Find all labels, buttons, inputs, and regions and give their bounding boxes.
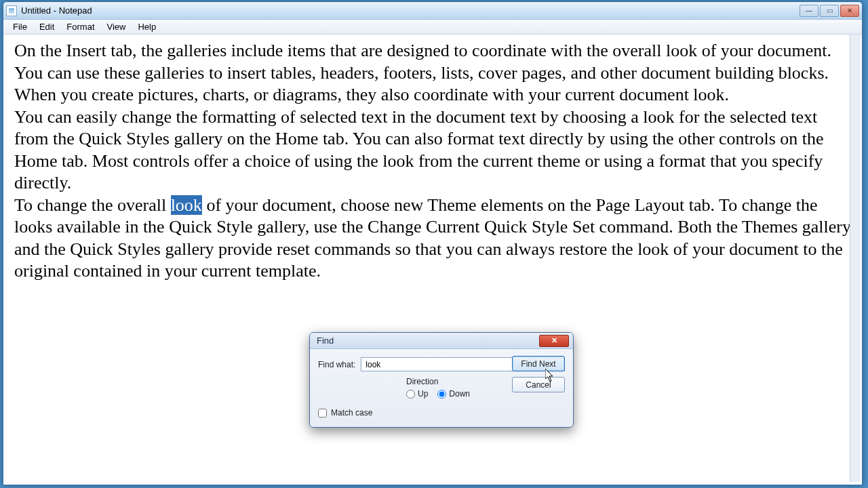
direction-down-option[interactable]: Down — [437, 389, 470, 399]
match-case-option[interactable]: Match case — [318, 408, 565, 418]
find-next-button[interactable]: Find Next — [512, 356, 565, 371]
vertical-scrollbar[interactable] — [850, 35, 861, 482]
menu-help[interactable]: Help — [132, 20, 161, 33]
cancel-button[interactable]: Cancel — [512, 377, 565, 392]
find-dialog-titlebar[interactable]: Find ✕ — [310, 333, 573, 349]
menu-format[interactable]: Format — [61, 20, 100, 33]
notepad-icon — [6, 5, 17, 16]
find-dialog-body: Find what: Find Next Cancel Direction Up… — [310, 349, 573, 427]
titlebar[interactable]: Untitled - Notepad — ▭ ✕ — [3, 2, 862, 20]
menubar: File Edit Format View Help — [3, 20, 862, 35]
menu-edit[interactable]: Edit — [34, 20, 60, 33]
direction-down-radio[interactable] — [437, 390, 446, 399]
close-button[interactable]: ✕ — [840, 5, 859, 17]
direction-up-radio[interactable] — [406, 390, 415, 399]
paragraph-3: To change the overall look of your docum… — [14, 195, 851, 283]
match-case-checkbox[interactable] — [318, 409, 327, 418]
find-dialog-close-button[interactable]: ✕ — [539, 335, 569, 347]
menu-file[interactable]: File — [7, 20, 33, 33]
window-controls: — ▭ ✕ — [800, 5, 859, 17]
paragraph-1: On the Insert tab, the galleries include… — [14, 40, 851, 106]
window-title: Untitled - Notepad — [21, 5, 800, 16]
minimize-button[interactable]: — — [800, 5, 818, 17]
maximize-button[interactable]: ▭ — [820, 5, 839, 17]
menu-view[interactable]: View — [102, 20, 132, 33]
find-what-label: Find what: — [318, 360, 355, 369]
find-dialog: Find ✕ Find what: Find Next Cancel Direc… — [309, 332, 574, 428]
paragraph-2: You can easily change the formatting of … — [14, 106, 851, 195]
selected-text: look — [171, 195, 202, 215]
direction-up-option[interactable]: Up — [406, 389, 428, 399]
find-dialog-title: Find — [317, 336, 539, 346]
